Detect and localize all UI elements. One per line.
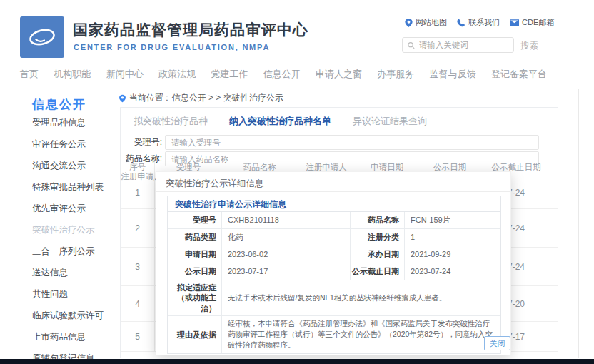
nav-item-policy[interactable]: 政策法规 bbox=[158, 68, 196, 81]
modal-title: 突破性治疗公示详细信息 bbox=[166, 178, 264, 190]
sidebar-item-review-tasks[interactable]: 审评任务公示 bbox=[32, 133, 118, 155]
sidebar-item-accepted-varieties[interactable]: 受理品种信息 bbox=[32, 112, 118, 133]
breakthrough-detail-modal: 突破性治疗公示详细信息 突破性治疗申请公示详细信息 受理号 CXHB210111… bbox=[156, 171, 511, 355]
cde-logo-icon[interactable] bbox=[20, 16, 64, 58]
detail-table: 突破性治疗申请公示详细信息 受理号 CXHB2101118 药品名称 FCN-1… bbox=[167, 196, 501, 354]
breadcrumb-pin-icon bbox=[119, 94, 126, 103]
row-index: 5 bbox=[121, 322, 154, 351]
field-label: 受理号 bbox=[168, 212, 222, 228]
nav-item-info[interactable]: 信息公开 bbox=[263, 68, 301, 81]
row-index: 4 bbox=[121, 286, 154, 321]
nav-item-registry[interactable]: 登记备案平台 bbox=[491, 68, 547, 81]
sitemap-link-label: 网站地图 bbox=[416, 17, 447, 28]
field-value: CXHB2101118 bbox=[222, 212, 351, 228]
content-right-divider bbox=[578, 89, 579, 358]
field-label: 理由及依据 bbox=[168, 316, 222, 353]
sidebar-item-special-approval[interactable]: 特殊审批品种列表 bbox=[32, 176, 118, 198]
nav-item-supervision[interactable]: 监督与反馈 bbox=[430, 68, 476, 81]
search-input[interactable] bbox=[419, 41, 508, 49]
sitemap-link[interactable]: 网站地图 bbox=[405, 17, 447, 28]
field-value: 2023-06-02 bbox=[222, 246, 351, 263]
modal-title-divider bbox=[156, 191, 510, 192]
header-quick-links: 网站地图 联系我们 CDE邮箱 bbox=[405, 17, 554, 28]
field-value: 经审核，本申请符合《药品注册管理办法》和《国家药监局关于发布突破性治疗药物审评工… bbox=[222, 316, 500, 353]
field-label: 公示日期 bbox=[168, 263, 222, 280]
detail-row-rationale: 理由及依据 经审核，本申请符合《药品注册管理办法》和《国家药监局关于发布突破性治… bbox=[168, 316, 500, 353]
tab-objection-results[interactable]: 异议论证结果查询 bbox=[353, 115, 427, 128]
row-index: 2 bbox=[121, 209, 154, 247]
nav-item-applicant[interactable]: 申请人之窗 bbox=[316, 68, 362, 81]
tab-proposed-breakthrough[interactable]: 拟突破性治疗品种 bbox=[134, 115, 208, 128]
modal-section-title: 突破性治疗申请公示详细信息 bbox=[168, 196, 500, 212]
field-value: 1 bbox=[405, 229, 500, 246]
breadcrumb-path: 信息公开 > > 突破性治疗公示 bbox=[172, 92, 283, 104]
location-pin-icon bbox=[405, 19, 413, 27]
logo-swoosh-icon bbox=[25, 21, 59, 53]
sidebar-item-marketed-drugs[interactable]: 上市药品信息 bbox=[32, 326, 118, 348]
field-label: 拟定适应症（或功能主治） bbox=[168, 280, 222, 315]
contact-link-label: 联系我们 bbox=[468, 17, 500, 28]
page: 国家药品监督管理局药品审评中心 CENTER FOR DRUG EVALUATI… bbox=[0, 0, 594, 364]
main-nav: 首页 机构职能 新闻中心 政策法规 党建工作 信息公开 申请人之窗 办事服务 监… bbox=[20, 68, 547, 81]
sidebar-item-common-issues[interactable]: 共性问题 bbox=[32, 283, 118, 305]
acceptance-no-input[interactable] bbox=[165, 135, 539, 150]
detail-row-acceptance: 受理号 CXHB2101118 药品名称 FCN-159片 bbox=[168, 212, 500, 229]
field-value: FCN-159片 bbox=[405, 212, 500, 228]
site-subtitle: CENTER FOR DRUG EVALUATION, NMPA bbox=[74, 43, 270, 51]
sidebar-item-delivery-info[interactable]: 送达信息 bbox=[32, 262, 118, 283]
nav-item-party[interactable]: 党建工作 bbox=[211, 68, 248, 81]
detail-row-apply-date: 申请日期 2023-06-02 承办日期 2021-09-29 bbox=[168, 246, 500, 263]
breadcrumb-prefix: 当前位置 : bbox=[129, 92, 168, 104]
field-value: 2021-09-29 bbox=[405, 246, 500, 263]
cde-mail-link-label: CDE邮箱 bbox=[522, 17, 554, 28]
field-label: 注册分类 bbox=[351, 229, 405, 246]
phone-icon bbox=[457, 19, 465, 27]
field-label: 公示截止日期 bbox=[351, 263, 405, 280]
row-index: 1 bbox=[121, 176, 154, 208]
field-label: 药品类型 bbox=[168, 229, 222, 246]
detail-row-type: 药品类型 化药 注册分类 1 bbox=[168, 229, 500, 246]
close-button[interactable]: 关闭 bbox=[484, 336, 510, 350]
sidebar-item-breakthrough-therapy[interactable]: 突破性治疗公示 bbox=[32, 219, 118, 241]
breadcrumb: 当前位置 : 信息公开 > > 突破性治疗公示 bbox=[119, 92, 283, 104]
contact-link[interactable]: 联系我们 bbox=[457, 17, 500, 28]
sidebar-menu: 受理品种信息 审评任务公示 沟通交流公示 特殊审批品种列表 优先审评公示 突破性… bbox=[32, 112, 118, 364]
field-label: 药品名称 bbox=[351, 212, 405, 228]
field-value: 2023-07-17 bbox=[222, 263, 351, 280]
nav-item-org[interactable]: 机构职能 bbox=[54, 68, 91, 81]
mail-icon bbox=[510, 19, 519, 26]
nav-item-services[interactable]: 办事服务 bbox=[377, 68, 414, 81]
search-button[interactable]: 搜索 bbox=[520, 40, 538, 52]
site-title: 国家药品监督管理局药品审评中心 bbox=[73, 20, 308, 40]
header-search bbox=[402, 37, 514, 53]
cde-mail-link[interactable]: CDE邮箱 bbox=[510, 17, 554, 28]
sidebar-item-clinical-trial[interactable]: 临床试验默示许可 bbox=[32, 305, 118, 326]
search-icon bbox=[408, 41, 415, 49]
field-value: 无法手术或术后残留/复发的NF1相关的丛状神经纤维瘤成人患者。 bbox=[222, 280, 500, 315]
tab-included-breakthrough-list[interactable]: 纳入突破性治疗品种名单 bbox=[229, 115, 331, 128]
detail-row-indication: 拟定适应症（或功能主治） 无法手术或术后残留/复发的NF1相关的丛状神经纤维瘤成… bbox=[168, 280, 500, 316]
footer-bar bbox=[0, 359, 594, 364]
tab-bar: 拟突破性治疗品种 纳入突破性治疗品种名单 异议论证结果查询 bbox=[134, 115, 427, 128]
field-label: 申请日期 bbox=[168, 246, 222, 263]
detail-row-publicity-date: 公示日期 2023-07-17 公示截止日期 2023-07-24 bbox=[168, 263, 500, 280]
filter-row-acceptance-no: 受理号: bbox=[121, 135, 539, 150]
nav-item-news[interactable]: 新闻中心 bbox=[106, 68, 144, 81]
nav-item-home[interactable]: 首页 bbox=[20, 68, 39, 81]
field-label: 承办日期 bbox=[351, 246, 405, 263]
field-value: 化药 bbox=[222, 229, 351, 246]
sidebar-item-three-in-one[interactable]: 三合一序列公示 bbox=[32, 241, 118, 262]
field-value: 2023-07-24 bbox=[405, 263, 500, 280]
acceptance-no-label: 受理号: bbox=[121, 136, 162, 148]
sidebar-item-priority-review[interactable]: 优先审评公示 bbox=[32, 198, 118, 219]
row-index: 3 bbox=[121, 248, 154, 285]
sidebar-item-communication[interactable]: 沟通交流公示 bbox=[32, 155, 118, 176]
sidebar-title: 信息公开 bbox=[32, 96, 86, 113]
